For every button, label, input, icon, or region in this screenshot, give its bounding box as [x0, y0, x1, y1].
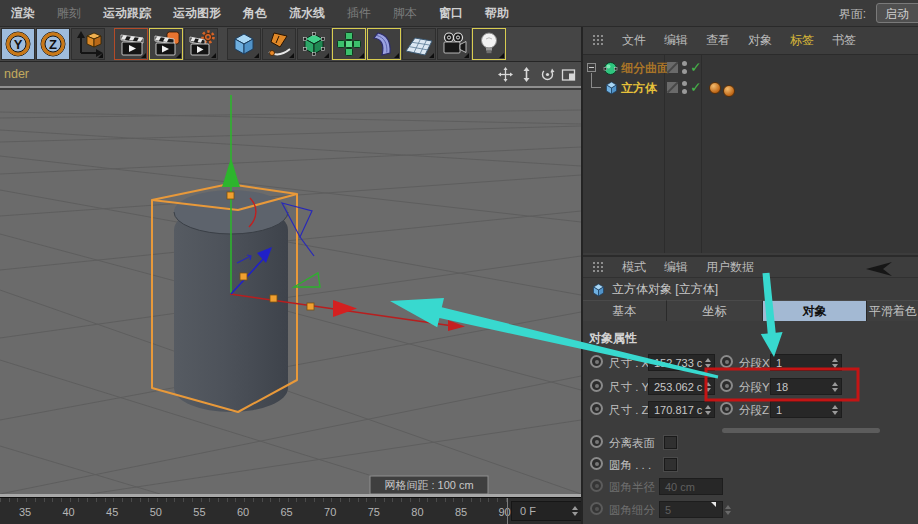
interface-layout-dropdown[interactable]: 启动 — [876, 3, 918, 23]
timeline-ruler[interactable]: 35 40 45 50 55 60 65 70 75 80 85 90 — [0, 498, 508, 524]
om-menu-view[interactable]: 查看 — [697, 32, 739, 49]
keyframe-circle-icon[interactable] — [720, 355, 733, 368]
menu-window[interactable]: 窗口 — [428, 5, 474, 22]
horizontal-scrollbar[interactable] — [722, 428, 880, 433]
drag-handle-icon[interactable] — [592, 34, 605, 47]
timeline-tick: 70 — [324, 506, 336, 518]
visibility-dots-icon[interactable] — [682, 61, 687, 77]
menu-mograph[interactable]: 运动图形 — [162, 5, 232, 22]
collapse-icon[interactable] — [587, 63, 596, 72]
camera-button[interactable] — [437, 28, 471, 60]
visibility-dots-icon[interactable] — [682, 81, 687, 97]
rotate-view-icon[interactable] — [540, 67, 555, 82]
coordinate-system-button[interactable] — [71, 28, 105, 60]
pan-view-icon[interactable] — [498, 67, 513, 82]
history-back-arrow-icon[interactable] — [866, 262, 892, 276]
maximize-view-icon[interactable] — [561, 67, 577, 82]
om-menu-tags[interactable]: 标签 — [781, 32, 823, 49]
timeline-tick: 60 — [237, 506, 249, 518]
deformer-button[interactable] — [367, 28, 401, 60]
prop-row-size-z: 尺寸 . Z 170.817 c 分段Z 1 — [583, 401, 918, 419]
am-menu-user-data[interactable]: 用户数据 — [697, 259, 763, 276]
keyframe-circle-icon[interactable] — [720, 379, 733, 392]
keyframe-circle-icon[interactable] — [590, 435, 603, 448]
am-menu-mode[interactable]: 模式 — [613, 259, 655, 276]
stepper-icon[interactable] — [705, 382, 712, 392]
attribute-title-bar: 立方体对象 [立方体] — [583, 278, 918, 300]
menu-motion-track[interactable]: 运动跟踪 — [92, 5, 162, 22]
render-settings-button[interactable] — [184, 28, 218, 60]
mograph-button[interactable] — [332, 28, 366, 60]
stepper-icon[interactable] — [705, 405, 712, 415]
separate-surface-checkbox[interactable] — [664, 436, 677, 449]
stepper-icon[interactable] — [832, 382, 839, 392]
size-z-input[interactable]: 170.817 c — [648, 401, 715, 418]
menu-help[interactable]: 帮助 — [474, 5, 520, 22]
stepper-icon[interactable] — [832, 405, 839, 415]
om-menu-file[interactable]: 文件 — [613, 32, 655, 49]
om-menu-object[interactable]: 对象 — [739, 32, 781, 49]
om-menu-bookmark[interactable]: 书签 — [823, 32, 865, 49]
menu-sculpt[interactable]: 雕刻 — [46, 5, 92, 22]
tree-row-cube[interactable]: 立方体 ✓ — [583, 78, 918, 98]
keyframe-circle-icon[interactable] — [720, 402, 733, 415]
axis-z-icon: Z — [40, 31, 66, 57]
prop-label: 分离表面 — [609, 436, 655, 451]
deformer-icon — [370, 30, 398, 58]
stepper-icon[interactable] — [832, 358, 839, 368]
enabled-check-icon[interactable]: ✓ — [690, 59, 702, 75]
zoom-view-icon[interactable] — [519, 67, 534, 82]
keyframe-circle-icon[interactable] — [590, 355, 603, 368]
tag-icon[interactable] — [709, 82, 721, 94]
menu-render[interactable]: 渲染 — [0, 5, 46, 22]
floor-button[interactable] — [402, 28, 436, 60]
object-name[interactable]: 细分曲面 — [621, 60, 669, 77]
y-axis-arrow[interactable] — [222, 158, 240, 187]
segments-y-input[interactable]: 18 — [770, 378, 842, 395]
current-frame-field[interactable]: 0 F — [511, 501, 583, 521]
section-header[interactable]: 对象属性 — [589, 330, 637, 347]
add-cube-button[interactable] — [227, 28, 261, 60]
om-menu-edit[interactable]: 编辑 — [655, 32, 697, 49]
right-panel: 文件 编辑 查看 对象 标签 书签 细分曲面 — [581, 27, 918, 524]
keyframe-circle-icon[interactable] — [590, 379, 603, 392]
segments-z-input[interactable]: 1 — [770, 401, 842, 418]
layer-icon[interactable] — [667, 82, 678, 93]
tag-icon[interactable] — [723, 85, 735, 97]
menu-character[interactable]: 角色 — [232, 5, 278, 22]
menu-plugins[interactable]: 插件 — [336, 5, 382, 22]
tree-row-subdivision-surface[interactable]: 细分曲面 ✓ — [583, 58, 918, 78]
render-view-button[interactable] — [114, 28, 148, 60]
size-x-input[interactable]: 152.733 c — [648, 354, 715, 371]
x-axis-arrow[interactable] — [333, 300, 357, 317]
object-name[interactable]: 立方体 — [621, 80, 657, 97]
subdivision-surface-button[interactable] — [297, 28, 331, 60]
frame-stepper[interactable] — [572, 506, 579, 516]
stepper-icon[interactable] — [705, 358, 712, 368]
segments-x-input[interactable]: 1 — [770, 354, 842, 371]
axis-y-button[interactable]: Y — [1, 28, 35, 60]
keyframe-circle-icon[interactable] — [590, 457, 603, 470]
enabled-check-icon[interactable]: ✓ — [690, 79, 702, 95]
layer-icon[interactable] — [667, 62, 678, 73]
object-manager-menubar: 文件 编辑 查看 对象 标签 书签 — [583, 27, 918, 55]
tab-coord[interactable]: 坐标 — [667, 300, 763, 321]
prop-label: 圆角半径 — [609, 480, 655, 495]
tab-phong[interactable]: 平滑着色 — [867, 300, 918, 321]
light-button[interactable] — [472, 28, 506, 60]
spline-pen-button[interactable] — [262, 28, 296, 60]
fillet-checkbox[interactable] — [664, 458, 677, 471]
object-tree: 细分曲面 ✓ 立方体 ✓ — [583, 55, 918, 253]
axis-z-button[interactable]: Z — [36, 28, 70, 60]
tab-basic[interactable]: 基本 — [583, 300, 667, 321]
tab-object[interactable]: 对象 — [763, 300, 867, 321]
viewport-canvas[interactable]: 网格间距 : 100 cm — [0, 90, 581, 494]
size-y-input[interactable]: 253.062 c — [648, 378, 715, 395]
drag-handle-icon[interactable] — [592, 261, 605, 274]
viewport-title: nder — [4, 67, 29, 81]
render-picture-viewer-button[interactable] — [149, 28, 183, 60]
keyframe-circle-icon[interactable] — [590, 402, 603, 415]
menu-pipeline[interactable]: 流水线 — [278, 5, 336, 22]
menu-script[interactable]: 脚本 — [382, 5, 428, 22]
am-menu-edit[interactable]: 编辑 — [655, 259, 697, 276]
